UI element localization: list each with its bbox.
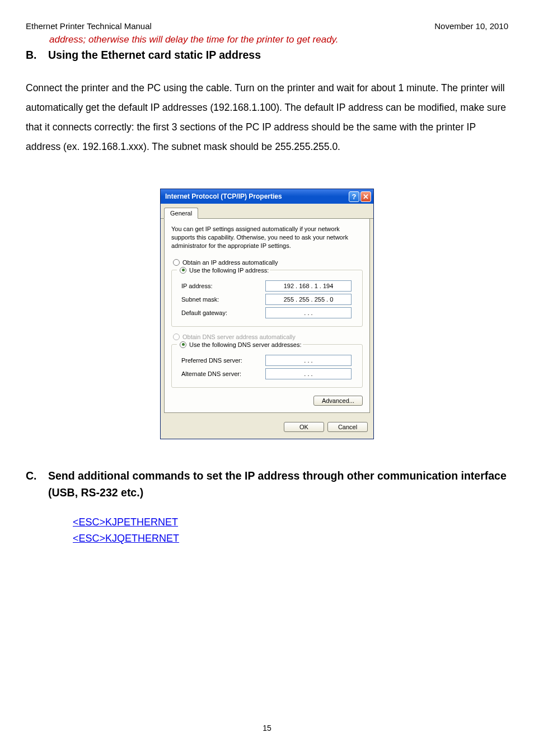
pref-dns-row: Preferred DNS server: . . .	[177, 355, 357, 366]
ip-group: Use the following IP address: IP address…	[171, 267, 363, 327]
subnet-input[interactable]: 255 . 255 . 255 . 0	[265, 294, 352, 305]
subnet-value: 255 . 255 . 255 . 0	[284, 296, 334, 303]
gateway-label: Default gateway:	[181, 309, 265, 316]
section-c-title: Send additional commands to set the IP a…	[48, 467, 508, 501]
link-kjq[interactable]: <ESC>KJQETHERNET	[73, 533, 179, 544]
section-b-letter: B.	[26, 49, 43, 62]
section-c-wrap: C. Send additional commands to set the I…	[0, 439, 534, 547]
gateway-input[interactable]: . . .	[265, 307, 352, 318]
radio-auto-dns-row: Obtain DNS server address automatically	[171, 334, 363, 340]
header-right: November 10, 2010	[434, 21, 508, 31]
radio-auto-ip[interactable]	[173, 259, 180, 266]
ip-address-value: 192 . 168 . 1 . 194	[284, 283, 334, 289]
ok-button[interactable]: OK	[284, 422, 324, 432]
dialog-wrap: Internet Protocol (TCP/IP) Properties ? …	[0, 157, 534, 439]
advanced-row: Advanced...	[171, 396, 363, 406]
header-left: Ethernet Printer Technical Manual	[26, 21, 152, 31]
subnet-row: Subnet mask: 255 . 255 . 255 . 0	[177, 294, 357, 305]
link-kjp[interactable]: <ESC>KJPETHERNET	[73, 516, 178, 528]
pref-dns-value: . . .	[304, 357, 312, 364]
radio-auto-ip-row[interactable]: Obtain an IP address automatically	[171, 259, 363, 266]
radio-auto-dns-label: Obtain DNS server address automatically	[182, 334, 296, 340]
section-b-body: Connect the printer and the PC using the…	[0, 62, 534, 157]
section-b-heading: B. Using the Ethernet card static IP add…	[0, 48, 534, 62]
ip-address-label: IP address:	[181, 283, 265, 289]
ip-address-row: IP address: 192 . 168 . 1 . 194	[177, 280, 357, 292]
cancel-button[interactable]: Cancel	[327, 422, 368, 432]
section-c-letter: C.	[26, 467, 43, 501]
section-b-title: Using the Ethernet card static IP addres…	[48, 49, 261, 62]
radio-use-dns[interactable]	[180, 341, 186, 348]
subnet-label: Subnet mask:	[181, 296, 265, 303]
ip-address-input[interactable]: 192 . 168 . 1 . 194	[265, 280, 352, 292]
radio-use-ip-row[interactable]: Use the following IP address:	[178, 267, 269, 274]
alt-dns-value: . . .	[304, 370, 312, 377]
alt-dns-input[interactable]: . . .	[265, 368, 352, 379]
radio-use-dns-row[interactable]: Use the following DNS server addresses:	[178, 341, 302, 348]
italic-note: address; otherwise this will delay the t…	[0, 31, 534, 48]
tcp-ip-dialog: Internet Protocol (TCP/IP) Properties ? …	[160, 189, 374, 439]
radio-use-dns-label: Use the following DNS server addresses:	[189, 341, 302, 348]
gateway-value: . . .	[304, 309, 312, 316]
tabstrip: General	[161, 204, 373, 219]
close-button[interactable]: ✕	[360, 191, 371, 202]
dns-group: Use the following DNS server addresses: …	[171, 341, 363, 388]
radio-auto-dns	[173, 334, 180, 340]
gateway-row: Default gateway: . . .	[177, 307, 357, 318]
page-number: 15	[0, 724, 534, 732]
help-button[interactable]: ?	[349, 191, 359, 202]
advanced-button[interactable]: Advanced...	[313, 396, 363, 406]
alt-dns-row: Alternate DNS server: . . .	[177, 368, 357, 379]
page-header: Ethernet Printer Technical Manual Novemb…	[0, 0, 534, 31]
radio-auto-ip-label: Obtain an IP address automatically	[182, 259, 278, 266]
titlebar-buttons: ? ✕	[349, 191, 371, 202]
bottom-buttons: OK Cancel	[161, 416, 373, 439]
radio-use-ip[interactable]	[180, 267, 186, 274]
pref-dns-input[interactable]: . . .	[265, 355, 352, 366]
tab-general[interactable]: General	[164, 208, 198, 219]
dialog-titlebar: Internet Protocol (TCP/IP) Properties ? …	[161, 189, 373, 204]
links-block: <ESC>KJPETHERNET <ESC>KJQETHERNET	[26, 501, 508, 547]
pref-dns-label: Preferred DNS server:	[181, 357, 265, 364]
dialog-description: You can get IP settings assigned automat…	[171, 225, 363, 250]
section-c-heading: C. Send additional commands to set the I…	[26, 467, 508, 501]
radio-use-ip-label: Use the following IP address:	[189, 267, 269, 274]
alt-dns-label: Alternate DNS server:	[181, 370, 265, 377]
dialog-title: Internet Protocol (TCP/IP) Properties	[165, 192, 282, 200]
tab-body: You can get IP settings assigned automat…	[164, 219, 370, 413]
